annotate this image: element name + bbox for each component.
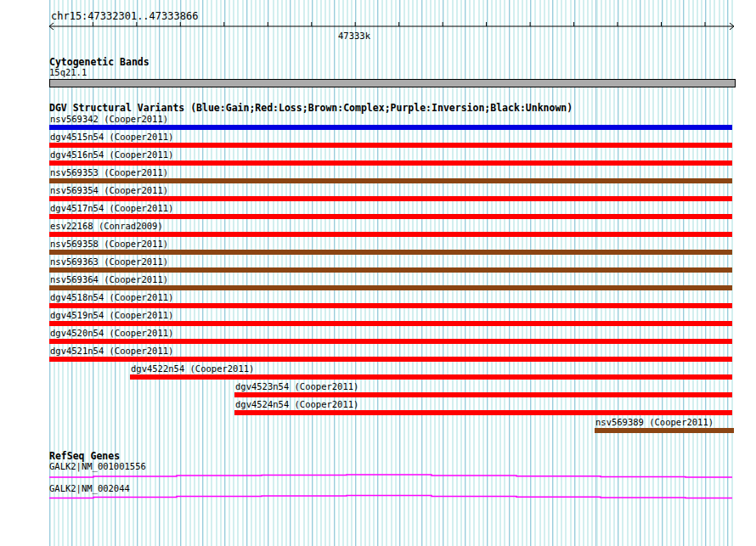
- variant-bar-loss[interactable]: [49, 214, 732, 219]
- variant-label: dgv4516n54 (Cooper2011): [50, 150, 173, 160]
- variant-bar-loss[interactable]: [49, 143, 732, 148]
- genome-browser-view: chr15:47332301..47333866 47333k Cytogene…: [0, 0, 756, 546]
- variant-bar-loss[interactable]: [49, 339, 732, 344]
- variant-bar-loss[interactable]: [49, 160, 732, 166]
- variant-label: nsv569342 (Cooper2011): [50, 115, 168, 124]
- cytogenetic-bands-title: Cytogenetic Bands: [49, 57, 150, 67]
- variant-bar-loss[interactable]: [130, 374, 732, 380]
- variant-bar-loss[interactable]: [49, 232, 732, 237]
- ruler-tick-label: 47333k: [338, 31, 370, 41]
- variant-label: nsv569354 (Cooper2011): [50, 186, 168, 195]
- variant-label: dgv4523n54 (Cooper2011): [235, 382, 358, 391]
- variant-bar-loss[interactable]: [49, 357, 732, 362]
- variant-label: esv22168 (Conrad2009): [50, 222, 163, 231]
- variant-bar-gain[interactable]: [49, 125, 732, 130]
- variant-bar-complex[interactable]: [49, 250, 732, 255]
- variant-label: nsv569353 (Cooper2011): [50, 168, 168, 177]
- variant-bar-loss[interactable]: [234, 410, 732, 415]
- gene-label: GALK2|NM_001001556: [49, 462, 146, 471]
- variant-label: nsv569363 (Cooper2011): [50, 257, 168, 267]
- variant-label: nsv569358 (Cooper2011): [50, 239, 168, 249]
- dgv-track-title: DGV Structural Variants (Blue:Gain;Red:L…: [49, 103, 573, 113]
- variant-bar-loss[interactable]: [234, 392, 732, 397]
- variant-label: dgv4515n54 (Cooper2011): [50, 132, 173, 142]
- variant-bar-complex[interactable]: [49, 267, 732, 273]
- variant-bar-complex[interactable]: [49, 178, 732, 183]
- variant-label: dgv4519n54 (Cooper2011): [50, 311, 173, 320]
- cytogenetic-band-bar[interactable]: [49, 79, 736, 87]
- cytogenetic-band-label: 15q21.1: [49, 68, 87, 77]
- variant-label: dgv4522n54 (Cooper2011): [131, 364, 254, 374]
- variant-label: dgv4520n54 (Cooper2011): [50, 329, 173, 338]
- variant-bar-loss[interactable]: [49, 321, 732, 326]
- gene-label: GALK2|NM_002044: [49, 484, 130, 493]
- variant-bar-loss[interactable]: [49, 196, 732, 201]
- variant-bar-complex[interactable]: [595, 428, 734, 433]
- variant-bar-loss[interactable]: [49, 303, 732, 308]
- refseq-track-title: RefSeq Genes: [49, 451, 120, 461]
- variant-label: dgv4517n54 (Cooper2011): [50, 204, 173, 213]
- variant-bar-complex[interactable]: [49, 285, 732, 290]
- region-coordinates-label: chr15:47332301..47333866: [51, 11, 198, 22]
- variant-label: nsv569389 (Cooper2011): [595, 418, 714, 427]
- variant-label: dgv4521n54 (Cooper2011): [50, 346, 173, 356]
- variant-label: nsv569364 (Cooper2011): [50, 275, 168, 284]
- variant-label: dgv4524n54 (Cooper2011): [235, 400, 358, 409]
- variant-label: dgv4518n54 (Cooper2011): [50, 293, 173, 302]
